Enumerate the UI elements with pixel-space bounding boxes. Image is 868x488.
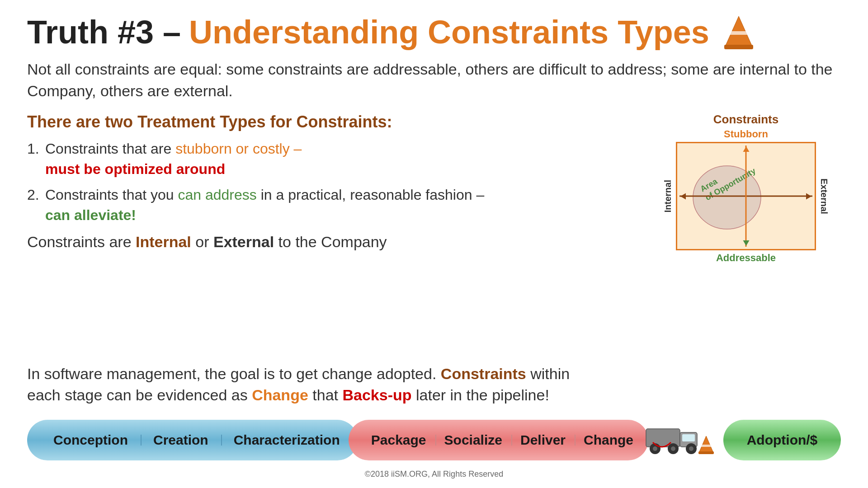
pipe-blue-creation: Creation bbox=[141, 432, 221, 448]
pipeline-end: later in the pipeline! bbox=[416, 386, 549, 404]
svg-point-10 bbox=[671, 446, 675, 451]
item2-prefix: Constraints that you bbox=[45, 187, 178, 203]
title-orange: Understanding Constraints Types bbox=[189, 14, 709, 51]
diagram-stubborn: Stubborn bbox=[724, 128, 768, 140]
title-black: Truth #3 – bbox=[27, 14, 181, 51]
internal-label: Internal bbox=[136, 233, 191, 250]
svg-marker-13 bbox=[699, 436, 713, 453]
pipe-red: Package Socialize Deliver Change bbox=[349, 420, 648, 460]
traffic-cone-icon bbox=[723, 14, 755, 50]
pipe-blue-characterization: Characterization bbox=[221, 432, 353, 448]
ie-suffix: to the Company bbox=[278, 233, 387, 250]
diagram-external-label: External bbox=[819, 178, 829, 214]
truck-area bbox=[644, 420, 714, 460]
pipeline-row: Conception Creation Characterization Pac… bbox=[27, 415, 841, 465]
pipe-red-deliver: Deliver bbox=[511, 432, 575, 448]
item2-highlight: can address bbox=[178, 187, 256, 203]
list-item-2: 2. Constraints that you can address in a… bbox=[27, 185, 633, 225]
svg-rect-1 bbox=[727, 31, 750, 35]
treatment-header: There are two Treatment Types for Constr… bbox=[27, 113, 633, 131]
arrow-left bbox=[680, 193, 686, 199]
pipeline-text: In software management, the goal is to g… bbox=[27, 363, 841, 406]
subtitle-text: Not all constraints are equal: some cons… bbox=[27, 59, 841, 102]
ie-prefix: Constraints are bbox=[27, 233, 136, 250]
svg-point-12 bbox=[689, 446, 693, 451]
pipeline-change: Change bbox=[252, 386, 308, 404]
bottom-section: In software management, the goal is to g… bbox=[27, 363, 841, 465]
content-row: There are two Treatment Types for Constr… bbox=[27, 113, 841, 359]
list-item-1-text: Constraints that are stubborn or costly … bbox=[45, 139, 302, 179]
pipe-green-adoption: Adoption/$ bbox=[747, 432, 818, 448]
pipeline-that: that bbox=[312, 386, 342, 404]
pipe-red-package: Package bbox=[362, 432, 435, 448]
item2-suffix: in a practical, reasonable fashion – bbox=[261, 187, 485, 203]
truck-icon bbox=[644, 420, 703, 460]
title-row: Truth #3 – Understanding Constraints Typ… bbox=[27, 14, 841, 51]
pipeline-intro: In software management, the goal is to g… bbox=[27, 365, 436, 382]
internal-external-line: Constraints are Internal or External to … bbox=[27, 233, 633, 251]
arrow-down bbox=[743, 240, 749, 246]
svg-point-8 bbox=[653, 446, 657, 451]
pipe-green: Adoption/$ bbox=[723, 420, 841, 460]
arrow-right bbox=[806, 193, 811, 199]
v-arrow bbox=[745, 145, 747, 247]
item1-highlight: stubborn or costly – bbox=[175, 141, 302, 157]
ie-middle: or bbox=[195, 233, 213, 250]
pipe-red-socialize: Socialize bbox=[435, 432, 511, 448]
item1-bold: must be optimized around bbox=[45, 161, 225, 177]
pipe-blue: Conception Creation Characterization bbox=[27, 420, 358, 460]
external-label: External bbox=[213, 233, 274, 250]
diagram-title: Constraints bbox=[713, 113, 778, 127]
pipe-red-change: Change bbox=[575, 432, 642, 448]
constraints-diagram: Constraints Stubborn Internal Areaof Opp… bbox=[651, 113, 841, 264]
small-cone-icon bbox=[698, 435, 714, 455]
footer: ©2018 iiSM.ORG, All Rights Reserved bbox=[27, 469, 841, 479]
pipe-blue-conception: Conception bbox=[41, 432, 141, 448]
item1-prefix: Constraints that are bbox=[45, 141, 175, 157]
list-item-2-text: Constraints that you can address in a pr… bbox=[45, 185, 484, 225]
left-content: There are two Treatment Types for Constr… bbox=[27, 113, 651, 251]
list-num-1: 1. bbox=[27, 139, 45, 159]
item2-bold: can alleviate! bbox=[45, 207, 136, 223]
svg-rect-15 bbox=[698, 451, 714, 454]
pipeline-backsup: Backs-up bbox=[342, 386, 411, 404]
svg-rect-6 bbox=[682, 434, 695, 441]
svg-rect-2 bbox=[724, 45, 753, 49]
diagram-box-wrapper: Internal Areaof Opportunity bbox=[663, 142, 829, 250]
diagram-addressable: Addressable bbox=[716, 252, 776, 264]
arrow-up bbox=[743, 146, 749, 152]
pipeline-constraints: Constraints bbox=[441, 365, 526, 382]
list-item-1: 1. Constraints that are stubborn or cost… bbox=[27, 139, 633, 179]
svg-rect-14 bbox=[700, 445, 712, 447]
diagram-internal-label: Internal bbox=[663, 180, 673, 212]
main-container: Truth #3 – Understanding Constraints Typ… bbox=[0, 0, 868, 488]
list-num-2: 2. bbox=[27, 185, 45, 205]
diagram-box: Areaof Opportunity bbox=[676, 142, 816, 250]
